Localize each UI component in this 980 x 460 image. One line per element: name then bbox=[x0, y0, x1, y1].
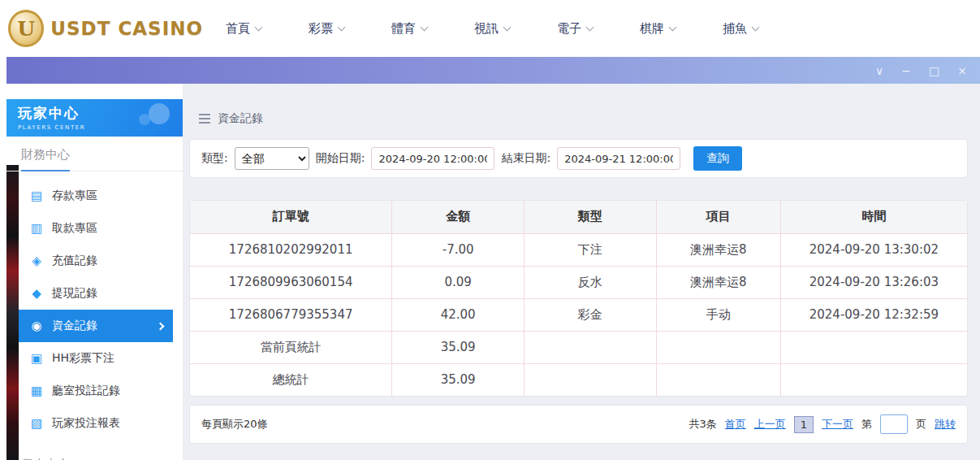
nav-item-cards[interactable]: 棋牌 bbox=[640, 21, 676, 37]
jump-button[interactable]: 跳转 bbox=[935, 417, 956, 432]
nav-item-label: 棋牌 bbox=[640, 21, 664, 37]
cell-item: 澳洲幸运8 bbox=[656, 233, 780, 266]
page-title: 資金記錄 bbox=[218, 111, 263, 126]
nav-item-label: 首頁 bbox=[226, 21, 250, 37]
sidebar-background-image bbox=[6, 165, 19, 460]
sidebar-item-recharge-record[interactable]: ◈ 充值記錄 bbox=[19, 245, 173, 277]
sidebar-menu: ▤ 存款專區 ▥ 取款專區 ◈ 充值記錄 ◆ 提現記錄 ◉ 資金記錄 ▣ bbox=[19, 180, 173, 440]
personal-section-label: 個人中心 bbox=[21, 457, 70, 460]
window-title-bar: ∨ − □ × bbox=[6, 57, 980, 84]
total-count: 共3条 bbox=[689, 417, 716, 432]
nav-item-lottery[interactable]: 彩票 bbox=[309, 21, 344, 37]
header-time: 時間 bbox=[780, 201, 967, 233]
next-page-link[interactable]: 下一页 bbox=[822, 417, 853, 432]
jump-page-input[interactable] bbox=[880, 414, 908, 434]
sidebar-item-deposit[interactable]: ▤ 存款專區 bbox=[19, 180, 173, 212]
chevron-down-icon bbox=[503, 23, 512, 31]
sidebar-item-player-report[interactable]: ▧ 玩家投注報表 bbox=[19, 407, 173, 440]
cell-order-id: 1726810202992011 bbox=[190, 233, 392, 266]
nav-item-slots[interactable]: 電子 bbox=[557, 21, 593, 37]
brand-name: USDT CASINO bbox=[50, 18, 203, 39]
table-header-row: 訂單號 金額 類型 項目 時間 bbox=[190, 201, 967, 233]
players-center-subtitle: PLAYERS CENTER bbox=[18, 124, 183, 131]
funds-record-icon: ◉ bbox=[29, 319, 44, 333]
chevron-right-icon bbox=[157, 322, 165, 330]
table-row-page-summary: 當前頁統計 35.09 bbox=[190, 331, 967, 363]
cell-order-id: 1726809963060154 bbox=[190, 266, 392, 298]
table-row-total-summary: 總統計 35.09 bbox=[190, 363, 967, 396]
cell-amount: -7.00 bbox=[392, 233, 525, 266]
cell-type: 彩金 bbox=[525, 298, 657, 331]
sidebar: 玩家中心 PLAYERS CENTER 財務中心 ▤ 存款專區 ▥ 取款專區 ◈… bbox=[6, 84, 183, 460]
type-select[interactable]: 全部 bbox=[235, 147, 309, 170]
sidebar-item-funds-record[interactable]: ◉ 資金記錄 bbox=[19, 310, 173, 342]
filter-bar: 類型: 全部 開始日期: 結束日期: 查詢 bbox=[189, 139, 968, 178]
chevron-down-icon bbox=[421, 23, 429, 31]
chevron-down-icon bbox=[586, 23, 594, 31]
personal-section-header: 個人中心 bbox=[6, 446, 183, 460]
lottery-bet-icon: ▣ bbox=[29, 351, 44, 366]
cell-time: 2024-09-20 12:32:59 bbox=[780, 298, 967, 331]
nav-item-label: 視訊 bbox=[474, 21, 499, 37]
cell-item: 手动 bbox=[656, 298, 780, 331]
current-page-badge[interactable]: 1 bbox=[794, 416, 814, 433]
finance-section-label: 財務中心 bbox=[21, 147, 70, 171]
top-navigation: U USDT CASINO 首頁 彩票 體育 視訊 電子 棋牌 捕魚 bbox=[0, 0, 980, 57]
sidebar-item-withdrawal-record[interactable]: ◆ 提現記錄 bbox=[19, 277, 173, 310]
nav-item-home[interactable]: 首頁 bbox=[226, 21, 261, 37]
cell-summary-label: 當前頁統計 bbox=[190, 331, 392, 363]
brand-emblem-icon: U bbox=[8, 10, 44, 47]
cell-type bbox=[525, 331, 657, 363]
nav-item-live[interactable]: 視訊 bbox=[474, 21, 510, 37]
end-date-label: 結束日期: bbox=[501, 151, 550, 166]
table-row: 1726810202992011 -7.00 下注 澳洲幸运8 2024-09-… bbox=[190, 233, 967, 266]
table-row: 1726809963060154 0.09 反水 澳洲幸运8 2024-09-2… bbox=[190, 266, 967, 298]
cell-item bbox=[656, 331, 780, 363]
start-date-input[interactable] bbox=[371, 147, 494, 170]
funds-record-table-panel: 訂單號 金額 類型 項目 時間 1726810202992011 -7.00 下… bbox=[189, 200, 968, 397]
chevron-down-icon bbox=[255, 23, 263, 31]
jump-suffix-label: 页 bbox=[916, 417, 926, 432]
page-size-text: 每頁顯示20條 bbox=[201, 417, 268, 432]
sidebar-item-label: 資金記錄 bbox=[52, 319, 97, 333]
minimize-icon[interactable]: − bbox=[901, 65, 911, 76]
first-page-link[interactable]: 首页 bbox=[725, 417, 746, 432]
search-button[interactable]: 查詢 bbox=[693, 146, 742, 171]
nav-item-sports[interactable]: 體育 bbox=[391, 21, 427, 37]
sidebar-item-withdraw[interactable]: ▥ 取款專區 bbox=[19, 212, 173, 245]
sidebar-item-label: 充值記錄 bbox=[52, 254, 97, 268]
finance-section-header: 財務中心 bbox=[6, 137, 183, 171]
cell-amount: 0.09 bbox=[392, 266, 525, 298]
chevron-down-icon bbox=[338, 23, 346, 31]
app-body: 玩家中心 PLAYERS CENTER 財務中心 ▤ 存款專區 ▥ 取款專區 ◈… bbox=[6, 84, 980, 460]
players-center-header: 玩家中心 PLAYERS CENTER bbox=[6, 99, 183, 137]
sidebar-item-label: 存款專區 bbox=[52, 189, 97, 203]
cell-summary-label: 總統計 bbox=[190, 363, 392, 396]
sidebar-item-lottery-bet[interactable]: ▣ HH彩票下注 bbox=[19, 342, 173, 375]
main-content: 資金記錄 類型: 全部 開始日期: 結束日期: 查詢 訂單號 bbox=[183, 84, 980, 460]
type-label: 類型: bbox=[201, 151, 228, 166]
end-date-input[interactable] bbox=[557, 147, 680, 170]
jump-prefix-label: 第 bbox=[861, 417, 872, 432]
start-date-label: 開始日期: bbox=[316, 151, 365, 166]
collapse-icon[interactable]: ∨ bbox=[875, 65, 883, 76]
nav-item-fishing[interactable]: 捕魚 bbox=[723, 21, 758, 37]
hamburger-icon[interactable] bbox=[199, 114, 210, 124]
cell-order-id: 1726806779355347 bbox=[190, 298, 392, 331]
header-order-id: 訂單號 bbox=[190, 201, 392, 233]
cell-amount: 42.00 bbox=[392, 298, 525, 331]
cell-time bbox=[780, 331, 967, 363]
close-icon[interactable]: × bbox=[957, 65, 967, 76]
sidebar-item-label: 玩家投注報表 bbox=[52, 416, 120, 431]
cell-item bbox=[656, 363, 780, 396]
maximize-icon[interactable]: □ bbox=[929, 65, 939, 76]
sidebar-item-label: 廳室投註記錄 bbox=[52, 384, 120, 398]
prev-page-link[interactable]: 上一页 bbox=[754, 417, 786, 432]
sidebar-item-room-bet-record[interactable]: ▦ 廳室投註記錄 bbox=[19, 375, 173, 407]
sidebar-item-label: 取款專區 bbox=[52, 221, 97, 236]
brand-logo[interactable]: U USDT CASINO bbox=[8, 10, 203, 47]
chevron-down-icon bbox=[752, 23, 760, 31]
withdrawal-record-icon: ◆ bbox=[29, 286, 44, 301]
deposit-icon: ▤ bbox=[29, 189, 44, 203]
cell-item: 澳洲幸运8 bbox=[656, 266, 780, 298]
